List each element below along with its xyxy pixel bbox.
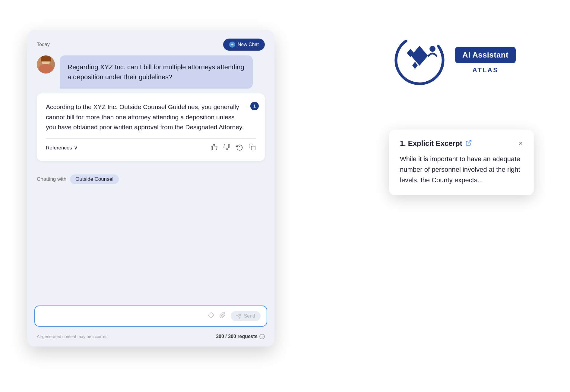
svg-line-8: [468, 140, 471, 143]
chat-footer: AI-generated content may be incorrect 30…: [27, 331, 274, 347]
excerpt-body: While it is important to have an adequat…: [400, 155, 520, 184]
copy-icon[interactable]: [249, 143, 256, 152]
input-icons: Send: [208, 311, 261, 321]
external-link-icon[interactable]: [465, 140, 472, 148]
ai-response-card: According to the XYZ Inc. Outside Counse…: [37, 93, 265, 161]
references-link[interactable]: References ∨: [46, 145, 78, 151]
ai-response-text: According to the XYZ Inc. Outside Counse…: [46, 102, 256, 132]
new-chat-label: New Chat: [238, 42, 259, 47]
divider: [46, 138, 256, 139]
atlas-logo-icon: [392, 33, 447, 87]
info-icon[interactable]: i: [259, 334, 265, 339]
thumbs-down-icon[interactable]: [223, 143, 230, 152]
svg-rect-2: [251, 146, 255, 150]
regenerate-icon[interactable]: [236, 143, 243, 152]
diamond-icon[interactable]: [208, 312, 214, 320]
excerpt-title-row: 1. Explicit Excerpt: [400, 139, 472, 148]
excerpt-title: 1. Explicit Excerpt: [400, 139, 462, 148]
user-bubble: Regarding XYZ Inc. can I bill for multip…: [60, 55, 253, 89]
chat-window: Today + New Chat Regarding XYZ Inc. can …: [27, 30, 274, 347]
ref-badge[interactable]: 1: [250, 102, 259, 110]
attachment-icon[interactable]: [219, 312, 226, 320]
plus-icon: +: [229, 42, 235, 48]
new-chat-button[interactable]: + New Chat: [223, 39, 265, 51]
avatar-hair: [41, 55, 51, 61]
atlas-text: ATLAS: [455, 65, 516, 74]
send-button[interactable]: Send: [231, 311, 261, 321]
svg-marker-3: [208, 312, 214, 318]
svg-point-7: [429, 46, 435, 52]
chat-header: Today + New Chat: [27, 30, 274, 55]
ai-disclaimer: AI-generated content may be incorrect: [37, 334, 109, 339]
today-label: Today: [37, 42, 50, 47]
logo-text-block: AI Assistant ATLAS: [455, 47, 516, 74]
requests-count: 300 / 300 requests i: [216, 334, 265, 339]
user-message-row: Regarding XYZ Inc. can I bill for multip…: [34, 55, 267, 89]
chatting-with-label: Chatting with: [37, 176, 66, 182]
avatar-face: [37, 55, 55, 74]
avatar: [37, 55, 55, 74]
chevron-down-icon: ∨: [74, 145, 78, 151]
chatting-with-tag[interactable]: Outside Counsel: [70, 174, 119, 184]
chatting-with: Chatting with Outside Counsel: [27, 170, 274, 189]
requests-label: 300 / 300 requests: [216, 334, 258, 339]
excerpt-text: While it is important to have an adequat…: [400, 154, 523, 186]
thumbs-up-icon[interactable]: [211, 143, 218, 152]
chat-input-area: Send: [34, 306, 267, 327]
ai-assistant-badge: AI Assistant: [455, 47, 516, 63]
action-icons: [211, 143, 256, 152]
excerpt-card: 1. Explicit Excerpt × While it is import…: [389, 130, 534, 195]
references-label: References: [46, 145, 72, 151]
send-label: Send: [244, 313, 255, 319]
chat-messages: Regarding XYZ Inc. can I bill for multip…: [27, 55, 274, 170]
excerpt-header: 1. Explicit Excerpt ×: [400, 139, 523, 148]
references-row: References ∨: [46, 143, 256, 152]
close-icon[interactable]: ×: [519, 140, 523, 147]
logo-area: AI Assistant ATLAS: [392, 33, 516, 87]
